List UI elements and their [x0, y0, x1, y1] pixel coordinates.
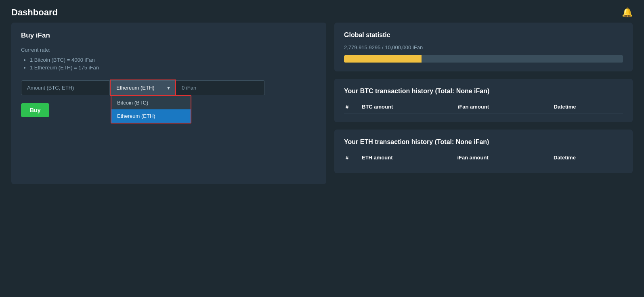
- rate-list: 1 Bitcoin (BTC) = 4000 iFan 1 Ethereum (…: [21, 57, 317, 71]
- eth-history-card: Your ETH transaction history (Total: Non…: [334, 130, 633, 173]
- dropdown-option-btc[interactable]: Bitcoin (BTC): [111, 96, 191, 109]
- rate-item-btc: 1 Bitcoin (BTC) = 4000 iFan: [30, 57, 317, 63]
- ifan-output-input[interactable]: [176, 80, 265, 95]
- btc-history-card: Your BTC transaction history (Total: Non…: [334, 79, 633, 122]
- header: Dashboard 🔔: [0, 0, 644, 23]
- dropdown-menu: Bitcoin (BTC) Ethereum (ETH): [111, 95, 191, 123]
- buy-button[interactable]: Buy: [21, 103, 49, 117]
- btc-table-header-row: # BTC amount iFan amount Datetime: [344, 100, 623, 113]
- eth-col-hash: #: [344, 151, 360, 164]
- eth-table-header-row: # ETH amount iFan amount Datetime: [344, 151, 623, 164]
- right-panel: Global statistic 2,779,915.9295 / 10,000…: [334, 23, 633, 184]
- btc-col-hash: #: [344, 100, 360, 113]
- eth-col-datetime: Datetime: [552, 151, 623, 164]
- currency-dropdown-wrapper: Ethereum (ETH) ▼ Bitcoin (BTC) Ethereum …: [110, 79, 176, 96]
- eth-history-title: Your ETH transaction history (Total: Non…: [344, 138, 623, 146]
- eth-col-ifan-amount: iFan amount: [456, 151, 552, 164]
- eth-col-eth-amount: ETH amount: [360, 151, 456, 164]
- main-content: Buy iFan Current rate: 1 Bitcoin (BTC) =…: [0, 23, 644, 195]
- chevron-down-icon: ▼: [166, 86, 171, 90]
- progress-bar-background: [344, 55, 623, 63]
- dropdown-selected-label: Ethereum (ETH): [116, 85, 155, 91]
- current-rate-label: Current rate:: [21, 47, 317, 53]
- amount-input[interactable]: [21, 80, 110, 95]
- buy-ifan-panel: Buy iFan Current rate: 1 Bitcoin (BTC) =…: [11, 23, 326, 184]
- page-title: Dashboard: [11, 7, 58, 18]
- progress-bar-fill: [344, 55, 422, 63]
- global-stat-title: Global statistic: [344, 31, 623, 39]
- btc-col-datetime: Datetime: [552, 100, 623, 113]
- btc-history-title: Your BTC transaction history (Total: Non…: [344, 88, 623, 95]
- buy-ifan-title: Buy iFan: [21, 31, 317, 40]
- rate-item-eth: 1 Ethereum (ETH) = 175 iFan: [30, 65, 317, 71]
- buy-form-row: Ethereum (ETH) ▼ Bitcoin (BTC) Ethereum …: [21, 79, 317, 96]
- global-stat-card: Global statistic 2,779,915.9295 / 10,000…: [334, 23, 633, 71]
- eth-history-table: # ETH amount iFan amount Datetime: [344, 151, 623, 164]
- btc-col-ifan-amount: iFan amount: [456, 100, 552, 113]
- btc-col-btc-amount: BTC amount: [360, 100, 456, 113]
- global-stat-progress-text: 2,779,915.9295 / 10,000,000 iFan: [344, 44, 623, 50]
- bell-icon[interactable]: 🔔: [622, 7, 633, 18]
- btc-history-table: # BTC amount iFan amount Datetime: [344, 100, 623, 113]
- dropdown-option-eth[interactable]: Ethereum (ETH): [111, 109, 191, 123]
- currency-dropdown[interactable]: Ethereum (ETH) ▼: [111, 80, 175, 95]
